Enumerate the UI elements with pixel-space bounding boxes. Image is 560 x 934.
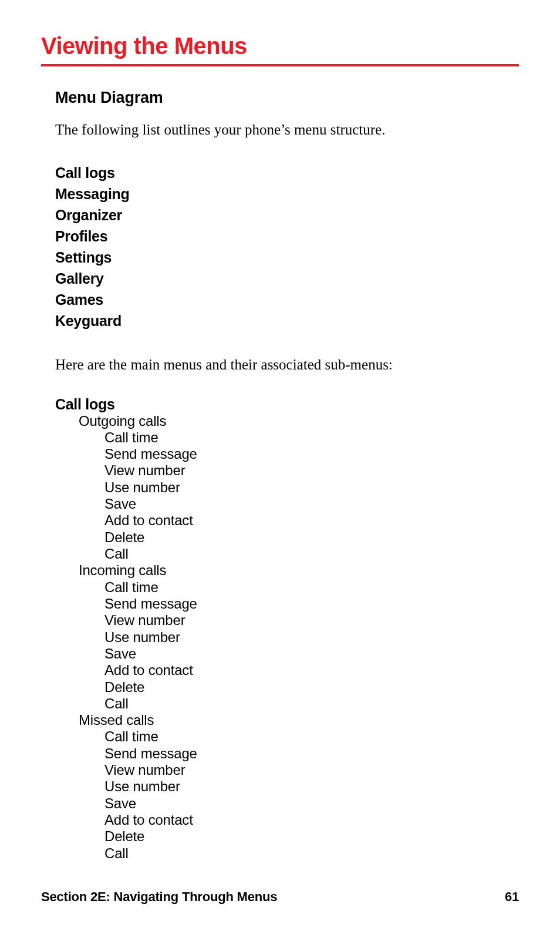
top-menu-item: Gallery — [55, 268, 519, 289]
top-menu-item: Call logs — [55, 162, 519, 183]
menu-group-item: Save — [55, 496, 519, 512]
menu-group-item: Add to contact — [55, 812, 519, 828]
menu-group-item: Save — [55, 646, 519, 662]
menu-group-item: View number — [55, 462, 519, 479]
intro-paragraph: The following list outlines your phone’s… — [55, 120, 519, 140]
menu-group-name: Incoming calls — [55, 562, 519, 579]
sub-intro-paragraph: Here are the main menus and their associ… — [55, 355, 519, 375]
subhead-menu-diagram: Menu Diagram — [55, 89, 519, 107]
menu-group-item: Call time — [55, 728, 519, 745]
menu-group-name: Outgoing calls — [55, 413, 519, 429]
menu-group-item: Delete — [55, 828, 519, 845]
menu-group-item: Add to contact — [55, 662, 519, 678]
menu-group-item: Send message — [55, 446, 519, 462]
menu-group-item: View number — [55, 612, 519, 629]
menu-group-item: Call time — [55, 579, 519, 596]
title-rule — [41, 64, 519, 66]
menu-group-item: Add to contact — [55, 512, 519, 529]
menu-group-item: Use number — [55, 629, 519, 646]
footer-section: Section 2E: Navigating Through Menus — [41, 889, 277, 905]
menu-group-item: Call — [55, 546, 519, 562]
footer-page-number: 61 — [505, 889, 519, 905]
menu-group-item: Send message — [55, 745, 519, 762]
menu-group-item: Call — [55, 696, 519, 712]
top-menu-item: Profiles — [55, 226, 519, 247]
menu-group-item: Call time — [55, 429, 519, 446]
menu-tree: Call logs Outgoing callsCall timeSend me… — [55, 396, 519, 862]
menu-group-item: View number — [55, 762, 519, 778]
top-menu-item: Organizer — [55, 204, 519, 226]
menu-group-item: Use number — [55, 479, 519, 496]
top-menu-list: Call logsMessagingOrganizerProfilesSetti… — [55, 162, 519, 331]
menu-group-name: Missed calls — [55, 712, 519, 728]
top-menu-item: Settings — [55, 247, 519, 268]
top-menu-item: Games — [55, 289, 519, 310]
menu-group-item: Save — [55, 795, 519, 812]
page-title: Viewing the Menus — [41, 33, 519, 59]
page-footer: Section 2E: Navigating Through Menus 61 — [41, 889, 519, 905]
top-menu-item: Keyguard — [55, 310, 519, 331]
menu-tree-head: Call logs — [55, 396, 519, 413]
menu-group-item: Delete — [55, 679, 519, 696]
menu-group-item: Call — [55, 845, 519, 862]
top-menu-item: Messaging — [55, 183, 519, 204]
menu-group-item: Delete — [55, 529, 519, 546]
menu-group-item: Send message — [55, 596, 519, 612]
menu-group-item: Use number — [55, 778, 519, 795]
